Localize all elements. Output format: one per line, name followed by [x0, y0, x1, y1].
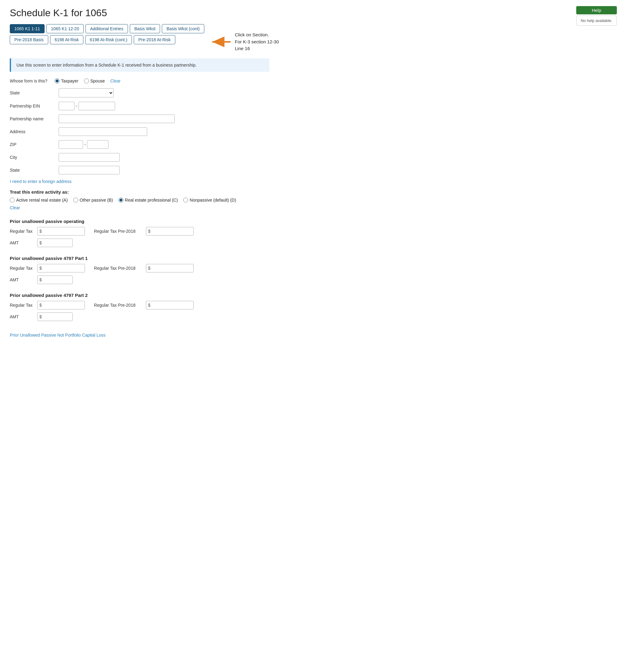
foreign-address-link[interactable]: I need to enter a foreign address	[10, 179, 71, 184]
operating-amt-field: AMT $	[10, 239, 73, 247]
tabs-container: 1065 K1 1-11 1065 K1 12-20 Additional En…	[10, 24, 204, 46]
address-input[interactable]	[58, 127, 147, 136]
tab-basis-wkst-cont[interactable]: Basis Wkst (cont)	[162, 24, 204, 33]
4797p2-regular-tax-symbol: $	[40, 303, 42, 308]
treat-activity-section: Treat this entire activity as: Active re…	[10, 189, 311, 210]
prior-unallowed-operating-heading: Prior unallowed passive operating	[10, 219, 311, 224]
operating-regular-tax-symbol: $	[40, 229, 42, 234]
taxpayer-radio[interactable]	[55, 78, 59, 83]
address-row: Address	[10, 127, 311, 136]
4797p1-regular-tax-field: Regular Tax $	[10, 264, 85, 272]
4797p2-regular-tax-input-wrap: $	[37, 301, 85, 309]
active-rental-radio[interactable]	[10, 198, 15, 202]
4797p2-regular-tax-row: Regular Tax $ Regular Tax Pre-2018 $	[10, 301, 311, 309]
operating-regular-tax-input-wrap: $	[37, 227, 85, 236]
4797p2-amt-input[interactable]	[43, 313, 71, 321]
activity-radio-row: Active rental real estate (A) Other pass…	[10, 198, 311, 202]
ein-dash: -	[76, 103, 77, 109]
operating-amt-input[interactable]	[43, 239, 71, 247]
arrow-icon	[210, 36, 231, 48]
active-rental-label: Active rental real estate (A)	[16, 198, 68, 202]
nonpassive-option[interactable]: Nonpassive (default) (D)	[183, 198, 236, 202]
4797p1-amt-input[interactable]	[43, 276, 71, 284]
state-label: State	[10, 90, 55, 95]
4797p1-regular-tax-input-wrap: $	[37, 264, 85, 272]
spouse-radio[interactable]	[84, 78, 89, 83]
zip-label: ZIP	[10, 142, 55, 147]
other-passive-radio[interactable]	[73, 198, 78, 202]
operating-regular-tax-pre2018-input[interactable]	[152, 227, 191, 235]
tab-additional-entries[interactable]: Additional Entries	[86, 24, 128, 33]
tab-1065-k1-1-11[interactable]: 1065 K1 1-11	[10, 24, 45, 33]
4797p1-amt-symbol: $	[40, 278, 42, 282]
operating-regular-tax-input[interactable]	[43, 227, 83, 235]
spouse-label: Spouse	[90, 78, 105, 83]
tabs-row-1: 1065 K1 1-11 1065 K1 12-20 Additional En…	[10, 24, 204, 33]
operating-regular-tax-row: Regular Tax $ Regular Tax Pre-2018 $	[10, 227, 311, 236]
real-estate-prof-label: Real estate professional (C)	[125, 198, 178, 202]
tab-pre2018-basis[interactable]: Pre-2018 Basis	[10, 35, 48, 44]
4797p1-regular-tax-pre2018-input[interactable]	[152, 264, 191, 272]
prior-unallowed-4797-part1-section: Prior unallowed passive 4797 Part 1 Regu…	[10, 256, 311, 284]
nonpassive-label: Nonpassive (default) (D)	[190, 198, 236, 202]
4797p1-amt-label: AMT	[10, 278, 34, 282]
city-label: City	[10, 155, 55, 160]
nonpassive-radio[interactable]	[183, 198, 188, 202]
spouse-radio-option[interactable]: Spouse	[84, 78, 105, 83]
partnership-name-label: Partnership name	[10, 116, 55, 121]
real-estate-prof-radio[interactable]	[119, 198, 123, 202]
state-addr-label: State	[10, 168, 55, 173]
4797p1-amt-row: AMT $	[10, 275, 311, 284]
4797p2-regular-tax-pre2018-input-wrap: $	[146, 301, 194, 309]
prior-unallowed-4797-part1-heading: Prior unallowed passive 4797 Part 1	[10, 256, 311, 261]
whose-form-clear-button[interactable]: Clear	[110, 78, 120, 83]
prior-unallowed-4797-part2-section: Prior unallowed passive 4797 Part 2 Regu…	[10, 293, 311, 321]
state-select[interactable]: AL AK AZ CA CO FL NY TX	[58, 88, 114, 97]
active-rental-option[interactable]: Active rental real estate (A)	[10, 198, 68, 202]
prior-unallowed-4797-part2-heading: Prior unallowed passive 4797 Part 2	[10, 293, 311, 298]
4797p2-amt-label: AMT	[10, 314, 34, 319]
city-input[interactable]	[58, 153, 120, 162]
taxpayer-radio-option[interactable]: Taxpayer	[55, 78, 78, 83]
4797p2-regular-tax-pre2018-input[interactable]	[152, 301, 191, 309]
partnership-ein-label: Partnership EIN	[10, 103, 55, 109]
real-estate-prof-option[interactable]: Real estate professional (C)	[119, 198, 178, 202]
zip-part1-input[interactable]	[58, 140, 83, 149]
operating-amt-row: AMT $	[10, 239, 311, 247]
ein-part2-input[interactable]	[78, 102, 115, 110]
ein-inputs: -	[58, 102, 115, 110]
bottom-link[interactable]: Prior Unallowed Passive Not Portfolio Ca…	[10, 333, 106, 338]
operating-regular-tax-field: Regular Tax $	[10, 227, 85, 236]
zip-part2-input[interactable]	[87, 140, 109, 149]
activity-clear-button[interactable]: Clear	[10, 205, 20, 210]
4797p2-amt-row: AMT $	[10, 312, 311, 321]
operating-regular-tax-pre2018-input-wrap: $	[146, 227, 194, 236]
4797p1-regular-tax-row: Regular Tax $ Regular Tax Pre-2018 $	[10, 264, 311, 272]
tab-pre2018-at-risk[interactable]: Pre-2018 At-Risk	[134, 35, 175, 44]
4797p1-regular-tax-pre2018-field: Regular Tax Pre-2018 $	[94, 264, 194, 272]
info-box: Use this screen to enter information fro…	[10, 58, 269, 72]
4797p2-amt-input-wrap: $	[37, 312, 73, 321]
state-addr-input[interactable]	[58, 166, 120, 174]
partnership-name-input[interactable]	[58, 115, 175, 123]
4797p1-regular-tax-input[interactable]	[43, 264, 83, 272]
tabs-and-arrow-container: 1065 K1 1-11 1065 K1 12-20 Additional En…	[10, 24, 311, 52]
tab-basis-wkst[interactable]: Basis Wkst	[130, 24, 160, 33]
address-label: Address	[10, 129, 55, 134]
tab-6198-at-risk-cont[interactable]: 6198 At-Risk (cont.)	[85, 35, 132, 44]
zip-row: ZIP -	[10, 140, 311, 149]
city-row: City	[10, 153, 311, 162]
ein-part1-input[interactable]	[58, 102, 74, 110]
operating-amt-label: AMT	[10, 240, 34, 245]
other-passive-label: Other passive (B)	[80, 198, 113, 202]
partnership-name-row: Partnership name	[10, 115, 311, 123]
tab-1065-k1-12-20[interactable]: 1065 K1 12-20	[46, 24, 84, 33]
tab-6198-at-risk[interactable]: 6198 At-Risk	[50, 35, 83, 44]
4797p2-regular-tax-input[interactable]	[43, 301, 83, 309]
other-passive-option[interactable]: Other passive (B)	[73, 198, 113, 202]
prior-unallowed-operating-section: Prior unallowed passive operating Regula…	[10, 219, 311, 247]
4797p2-amt-symbol: $	[40, 314, 42, 319]
annotation-text: Click on Section. For K-3 section 12-30 …	[235, 31, 279, 52]
4797p2-regular-tax-pre2018-field: Regular Tax Pre-2018 $	[94, 301, 194, 309]
taxpayer-label: Taxpayer	[61, 78, 78, 83]
